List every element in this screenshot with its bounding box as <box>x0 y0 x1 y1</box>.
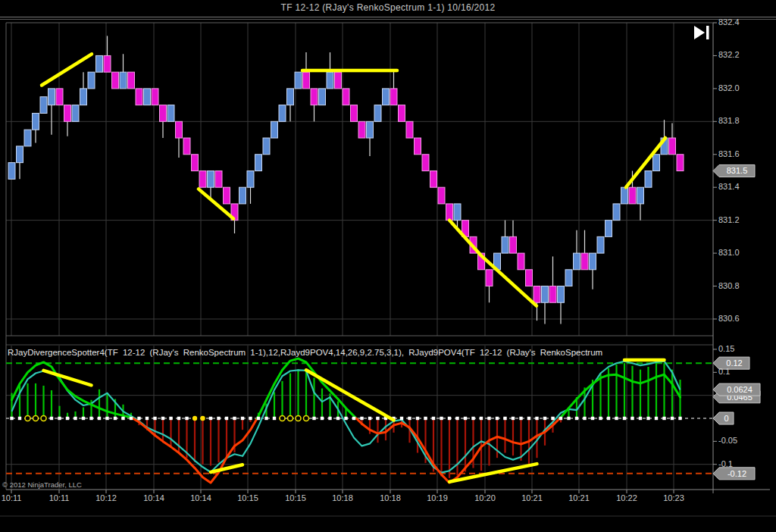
renko-brick-down <box>422 155 429 171</box>
renko-brick-down <box>343 89 349 105</box>
zero-marker <box>105 417 108 420</box>
zero-marker <box>408 417 411 420</box>
zero-marker <box>209 417 212 420</box>
renko-brick-down <box>351 105 358 122</box>
zero-marker <box>10 417 13 420</box>
renko-brick-up <box>653 155 660 171</box>
go-to-end-icon[interactable] <box>694 26 709 39</box>
divergence-dot-hollow <box>280 416 285 421</box>
renko-brick-up <box>24 130 31 146</box>
zero-marker <box>400 417 403 420</box>
zero-marker <box>455 417 458 420</box>
divergence-dot-hollow <box>25 416 30 421</box>
renko-brick-down <box>152 89 158 105</box>
renko-brick-up <box>287 89 294 105</box>
renko-brick-down <box>406 121 413 138</box>
renko-brick-up <box>637 187 644 204</box>
renko-brick-up <box>255 155 262 171</box>
price-axis[interactable] <box>713 23 776 338</box>
renko-brick-up <box>120 72 127 89</box>
indicator-axis[interactable] <box>713 345 776 490</box>
zero-marker <box>169 417 172 420</box>
renko-brick-down <box>104 55 111 72</box>
zero-marker <box>257 417 260 420</box>
zero-marker <box>464 417 467 420</box>
zero-marker <box>217 417 220 420</box>
renko-brick-down <box>303 72 310 89</box>
renko-brick-down <box>677 155 684 171</box>
divergence-dot-hollow <box>304 416 309 421</box>
zero-marker <box>671 417 674 420</box>
zero-marker <box>114 417 117 420</box>
renko-brick-down <box>438 187 445 204</box>
renko-brick-up <box>271 121 278 138</box>
zero-marker <box>321 417 324 420</box>
zero-marker <box>130 417 133 420</box>
renko-brick-up <box>574 253 580 270</box>
renko-brick-down <box>390 89 397 105</box>
renko-brick-up <box>383 89 390 105</box>
renko-brick-up <box>80 89 87 105</box>
renko-brick-up <box>454 204 461 221</box>
renko-brick-down <box>629 187 636 204</box>
renko-brick-up <box>645 171 652 187</box>
zero-marker <box>98 417 101 420</box>
divergence-dot-hollow <box>288 416 293 421</box>
renko-brick-down <box>430 171 437 187</box>
zero-marker <box>623 417 626 420</box>
zero-marker <box>137 417 140 420</box>
divergence-line-segment <box>560 374 681 418</box>
divergence-dot-hollow <box>33 416 39 421</box>
zero-marker <box>352 417 355 420</box>
chart-window: 0.04650.06240.120-0.12831.5 TF 12-12 (RJ… <box>0 0 776 532</box>
zero-marker <box>225 417 228 420</box>
zero-marker <box>448 417 451 420</box>
renko-brick-down <box>415 138 421 155</box>
renko-brick-up <box>613 204 620 221</box>
renko-brick-up <box>144 89 151 105</box>
divergence-dot-hollow <box>41 416 46 421</box>
renko-brick-up <box>263 138 270 155</box>
zero-marker <box>440 417 443 420</box>
zero-marker <box>575 417 578 420</box>
renko-brick-up <box>247 171 254 187</box>
zero-marker <box>233 417 236 420</box>
renko-brick-down <box>399 105 405 122</box>
renko-brick-up <box>33 113 39 130</box>
chart-canvas[interactable]: 0.04650.06240.120-0.12831.5 <box>0 0 776 532</box>
zero-marker <box>312 417 315 420</box>
zero-marker <box>360 417 363 420</box>
zero-marker <box>599 417 602 420</box>
zero-marker <box>153 417 156 420</box>
zero-marker <box>50 417 53 420</box>
zero-marker <box>336 417 340 420</box>
renko-brick-up <box>542 286 549 303</box>
renko-brick-up <box>88 72 95 89</box>
renko-brick-down <box>199 171 206 187</box>
zero-marker <box>18 417 21 420</box>
renko-brick-down <box>176 121 183 138</box>
renko-brick-down <box>335 72 342 89</box>
time-axis[interactable] <box>6 490 713 506</box>
renko-brick-up <box>96 55 103 72</box>
renko-brick-up <box>167 105 174 122</box>
zero-marker <box>82 417 85 420</box>
zero-marker <box>416 417 419 420</box>
renko-brick-up <box>239 187 246 204</box>
renko-brick-down <box>112 72 119 89</box>
divergence-dot-filled <box>200 416 205 421</box>
zero-marker <box>519 417 522 420</box>
zero-marker <box>559 417 562 420</box>
zero-marker <box>662 417 665 420</box>
renko-brick-down <box>183 138 190 155</box>
renko-brick-down <box>192 155 199 171</box>
renko-brick-up <box>367 121 374 138</box>
zero-marker <box>241 417 244 420</box>
renko-brick-up <box>17 146 23 163</box>
zero-marker <box>177 417 180 420</box>
zero-marker <box>583 417 586 420</box>
divergence-dot-hollow <box>296 416 301 421</box>
renko-brick-down <box>510 236 517 253</box>
renko-brick-down <box>311 89 318 105</box>
renko-brick-down <box>136 89 142 105</box>
